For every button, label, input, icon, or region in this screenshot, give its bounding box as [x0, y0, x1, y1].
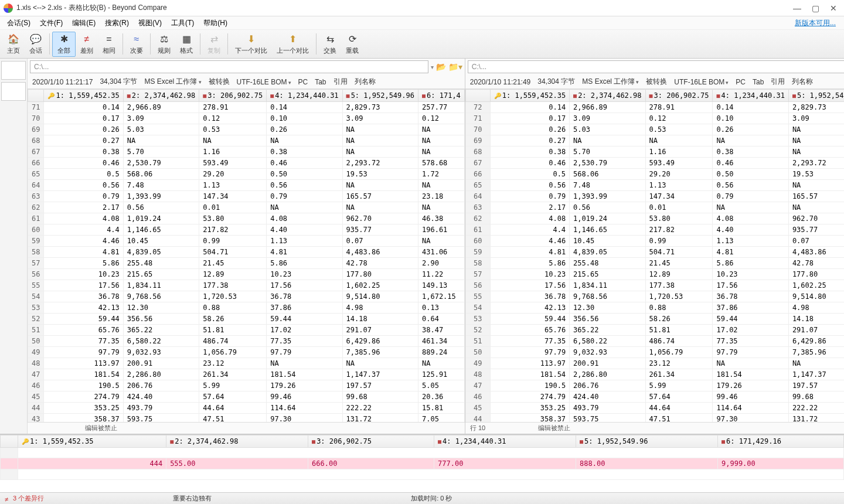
- menu-edit[interactable]: 编辑(E): [67, 17, 100, 29]
- table-row[interactable]: 46190.5206.765.99179.26197.575.05: [28, 380, 465, 391]
- table-row[interactable]: 48181.542,286.80261.34181.541,147.37125.…: [465, 369, 844, 380]
- table-row[interactable]: 575.86255.4821.455.8642.782.90: [28, 258, 465, 269]
- col-header[interactable]: ■5: 1,952,549.96: [342, 90, 418, 102]
- table-row[interactable]: 690.27NANANANANA: [465, 135, 844, 147]
- table-row[interactable]: 49113.97200.9123.12NANANA: [465, 358, 844, 369]
- table-row[interactable]: 5342.1312.300.8837.864.980.13: [28, 302, 465, 314]
- thumb-right[interactable]: [1, 82, 26, 101]
- right-grid[interactable]: 🔑1: 1,559,452.35■2: 2,374,462.98■3: 206,…: [465, 89, 844, 422]
- col-header[interactable]: ■4: 1,234,440.31: [713, 90, 788, 102]
- col-header[interactable]: ■5: 1,952,549.96: [576, 435, 718, 448]
- maximize-button[interactable]: ▢: [812, 4, 819, 13]
- menu-tools[interactable]: 工具(T): [166, 17, 199, 29]
- table-row[interactable]: 5165.76365.2251.8117.02291.0738.47: [28, 325, 465, 336]
- table-row[interactable]: 43358.37593.7547.5197.30131.727.05: [28, 414, 465, 423]
- prev-diff-button[interactable]: ⬆上一个对比: [272, 32, 314, 56]
- format-button[interactable]: ▦格式: [175, 32, 198, 56]
- table-row[interactable]: 5077.356,580.22486.7477.356,429.86461.34: [28, 336, 465, 347]
- table-row[interactable]: 660.5568.0629.200.5019.531.72: [465, 169, 844, 180]
- table-row[interactable]: 700.265.030.530.26NANA: [465, 124, 844, 135]
- table-row[interactable]: [1, 448, 844, 458]
- table-row[interactable]: 44358.37593.7547.5197.30131.727.05: [465, 414, 844, 423]
- table-row[interactable]: 630.791,393.99147.340.79165.5723.18: [28, 191, 465, 202]
- table-row[interactable]: 670.462,530.79593.490.462,293.72578.68: [465, 158, 844, 169]
- thumb-left[interactable]: [1, 61, 26, 80]
- table-row[interactable]: 5517.561,834.11177.3817.561,602.25149.13: [28, 280, 465, 291]
- col-header[interactable]: 🔑1: 1,559,452.35: [18, 435, 166, 448]
- next-diff-button[interactable]: ⬇下一个对比: [230, 32, 272, 56]
- table-row[interactable]: 680.27NANANANANA: [28, 135, 465, 147]
- table-row[interactable]: 45274.79424.4057.6499.4699.6820.36: [28, 391, 465, 403]
- table-row[interactable]: 5710.23215.6512.8910.23177.8011.22: [465, 269, 844, 280]
- home-button[interactable]: 🏠主页: [2, 32, 25, 56]
- menu-file[interactable]: 文件(F): [35, 17, 67, 29]
- minor-button[interactable]: ≈次要: [125, 32, 148, 56]
- table-row[interactable]: 710.142,966.89278.910.142,829.73257.77: [28, 102, 465, 113]
- table-row[interactable]: 594.814,839.05504.714.814,483.86431.06: [465, 247, 844, 258]
- rules-button[interactable]: ⚖规则: [153, 32, 175, 56]
- table-row[interactable]: 47190.5206.765.99179.26197.575.05: [465, 380, 844, 391]
- table-row[interactable]: 604.4610.450.991.130.07NA: [465, 236, 844, 247]
- table-row[interactable]: 46274.79424.4057.6499.4699.6820.36: [465, 391, 844, 403]
- col-header[interactable]: ■3: 206,902.75: [308, 435, 434, 448]
- col-header[interactable]: 🔑1: 1,559,452.35: [490, 90, 569, 102]
- close-button[interactable]: ✕: [830, 4, 837, 13]
- table-row[interactable]: 624.081,019.2453.804.08962.7046.38: [465, 213, 844, 224]
- col-header[interactable]: ■6: 171,429.16: [718, 435, 844, 448]
- table-row[interactable]: 680.385.701.160.38NANA: [465, 147, 844, 158]
- table-row[interactable]: 5177.356,580.22486.7477.356,429.86461.34: [465, 336, 844, 347]
- table-row[interactable]: 660.462,530.79593.490.462,293.72578.68: [28, 158, 465, 169]
- session-button[interactable]: 💬会话: [25, 32, 47, 56]
- reload-button[interactable]: ⟳重载: [341, 32, 363, 56]
- table-row[interactable]: 710.173.090.120.103.090.12: [465, 113, 844, 124]
- table-row[interactable]: 45353.25493.7944.64114.64222.2215.81: [465, 403, 844, 414]
- table-row[interactable]: 5442.1312.300.8837.864.980.13: [465, 302, 844, 314]
- col-header[interactable]: ■2: 2,374,462.98: [570, 90, 645, 102]
- table-row[interactable]: 670.385.701.160.38NANA: [28, 147, 465, 158]
- swap-button[interactable]: ⇆交换: [319, 32, 341, 56]
- same-filter-button[interactable]: =相同: [98, 32, 120, 56]
- table-row[interactable]: 585.86255.4821.455.8642.782.90: [465, 258, 844, 269]
- col-header[interactable]: ■3: 206,902.75: [199, 90, 267, 102]
- menu-session[interactable]: 会话(S): [2, 17, 35, 29]
- menu-help[interactable]: 帮助(H): [199, 17, 232, 29]
- table-row[interactable]: 640.567.481.130.56NANA: [28, 180, 465, 191]
- table-row[interactable]: 5610.23215.6512.8910.23177.8011.22: [28, 269, 465, 280]
- table-row[interactable]: 584.814,839.05504.714.814,483.86431.06: [28, 247, 465, 258]
- table-row[interactable]: 4997.799,032.931,056.7997.797,385.96889.…: [28, 347, 465, 358]
- table-row[interactable]: 47181.542,286.80261.34181.541,147.37125.…: [28, 369, 465, 380]
- table-row[interactable]: 640.791,393.99147.340.79165.5723.18: [465, 191, 844, 202]
- col-header[interactable]: ■4: 1,234,440.31: [267, 90, 342, 102]
- table-row[interactable]: 44353.25493.7944.64114.64222.2215.81: [28, 403, 465, 414]
- table-row[interactable]: 48113.97200.9123.12NANANA: [28, 358, 465, 369]
- update-link[interactable]: 新版本可用...: [790, 17, 842, 29]
- col-header[interactable]: ■5: 1,952,549.96: [788, 90, 844, 102]
- all-filter-button[interactable]: ✱全部: [52, 32, 76, 57]
- table-row[interactable]: 5265.76365.2251.8117.02291.0738.47: [465, 325, 844, 336]
- table-row[interactable]: 622.170.560.01NANANA: [28, 202, 465, 213]
- table-row[interactable]: 5097.799,032.931,056.7997.797,385.96889.…: [465, 347, 844, 358]
- open-folder-icon[interactable]: 📂: [436, 62, 446, 71]
- chevron-down-icon[interactable]: ▾: [431, 64, 434, 70]
- table-row[interactable]: 5536.789,768.561,720.5336.789,514.801,67…: [465, 291, 844, 302]
- menu-search[interactable]: 搜索(R): [100, 17, 134, 29]
- diff-filter-button[interactable]: ≠差别: [76, 32, 98, 56]
- menu-view[interactable]: 视图(V): [134, 17, 166, 29]
- table-row[interactable]: 5436.789,768.561,720.5336.789,514.801,67…: [28, 291, 465, 302]
- table-row[interactable]: 604.41,146.65217.824.40935.77196.61: [28, 224, 465, 236]
- diff-row[interactable]: 444555.00666.00777.00888.009,999.00: [1, 458, 844, 469]
- col-header[interactable]: ■6: 171,4: [418, 90, 465, 102]
- right-path-input[interactable]: C:\...: [468, 60, 844, 73]
- table-row[interactable]: 5617.561,834.11177.3817.561,602.25149.13: [465, 280, 844, 291]
- table-row[interactable]: 650.567.481.130.56NANA: [465, 180, 844, 191]
- table-row[interactable]: 5259.44356.5658.2659.4414.180.64: [28, 314, 465, 325]
- table-row[interactable]: 614.41,146.65217.824.40935.77196.61: [465, 224, 844, 236]
- table-row[interactable]: 700.173.090.120.103.090.12: [28, 113, 465, 124]
- minimize-button[interactable]: —: [793, 4, 801, 13]
- left-path-input[interactable]: C:\...: [30, 60, 428, 73]
- table-row[interactable]: 650.5568.0629.200.5019.531.72: [28, 169, 465, 180]
- col-header[interactable]: ■2: 2,374,462.98: [123, 90, 199, 102]
- table-row[interactable]: 5359.44356.5658.2659.4414.180.64: [465, 314, 844, 325]
- table-row[interactable]: [1, 469, 844, 480]
- bottom-grid[interactable]: 🔑1: 1,559,452.35■2: 2,374,462.98■3: 206,…: [0, 435, 844, 480]
